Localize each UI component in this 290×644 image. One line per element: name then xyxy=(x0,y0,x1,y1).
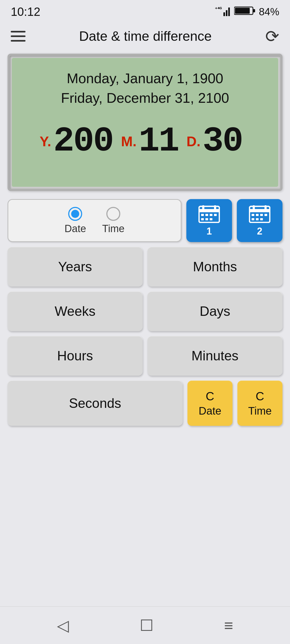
svg-rect-15 xyxy=(201,218,204,220)
menu-button[interactable] xyxy=(11,31,26,42)
time-radio[interactable] xyxy=(106,207,120,221)
years-months-row: Years Months xyxy=(8,247,282,287)
hours-minutes-row: Hours Minutes xyxy=(8,336,282,376)
svg-rect-8 xyxy=(199,209,219,212)
mode-selector: Date Time xyxy=(8,199,182,242)
clear-date-label: Date xyxy=(199,404,222,418)
result-display: Y. 200 M. 11 D. 30 xyxy=(20,121,270,162)
svg-rect-2 xyxy=(226,10,227,16)
svg-rect-19 xyxy=(249,209,270,212)
svg-rect-12 xyxy=(205,214,208,216)
clear-date-button[interactable]: C Date xyxy=(187,380,233,426)
svg-rect-22 xyxy=(252,214,254,216)
top-row: Date Time xyxy=(8,199,282,242)
svg-rect-9 xyxy=(202,205,204,210)
battery-icon xyxy=(234,5,256,19)
day-value: 30 xyxy=(203,124,242,159)
svg-rect-21 xyxy=(264,205,267,210)
time-mode-option[interactable]: Time xyxy=(102,207,125,235)
clear-time-button[interactable]: C Time xyxy=(237,380,282,426)
svg-rect-28 xyxy=(260,218,263,220)
day-label: D. xyxy=(187,133,201,149)
calendar2-icon xyxy=(249,204,270,226)
years-button[interactable]: Years xyxy=(8,247,143,287)
year-label: Y. xyxy=(39,133,51,149)
seconds-button[interactable]: Seconds xyxy=(8,380,183,426)
calendar2-number: 2 xyxy=(257,226,262,237)
signal-icon: ⁺⁴ᴳ xyxy=(215,5,231,19)
back-button[interactable]: ◁ xyxy=(57,616,69,635)
date-mode-option[interactable]: Date xyxy=(64,207,86,235)
svg-rect-20 xyxy=(253,205,255,210)
calendar1-button[interactable]: 1 xyxy=(186,199,232,242)
date-radio[interactable] xyxy=(68,207,82,221)
weeks-days-row: Weeks Days xyxy=(8,291,282,331)
date-display: Monday, January 1, 1900 Friday, December… xyxy=(20,69,270,108)
month-value: 11 xyxy=(139,124,179,159)
calendar1-icon xyxy=(198,204,220,226)
svg-rect-14 xyxy=(214,214,217,216)
button-section: Date Time xyxy=(8,199,282,426)
svg-rect-25 xyxy=(264,214,267,216)
calendar2-button[interactable]: 2 xyxy=(237,199,282,242)
svg-rect-24 xyxy=(260,214,263,216)
date1-label: Monday, January 1, 1900 xyxy=(20,69,270,88)
date-mode-label: Date xyxy=(64,223,86,235)
status-bar: 10:12 ⁺⁴ᴳ 84% xyxy=(0,0,290,21)
svg-rect-26 xyxy=(252,218,254,220)
svg-rect-6 xyxy=(235,8,250,14)
top-nav: Date & time difference ⟳ xyxy=(0,21,290,51)
calendar1-number: 1 xyxy=(206,226,212,237)
page-title: Date & time difference xyxy=(79,28,212,44)
weeks-button[interactable]: Weeks xyxy=(8,291,143,331)
svg-rect-17 xyxy=(210,218,212,220)
battery-percent: 84% xyxy=(259,6,279,18)
status-time: 10:12 xyxy=(11,5,40,19)
svg-rect-13 xyxy=(210,214,212,216)
svg-text:⁺⁴ᴳ: ⁺⁴ᴳ xyxy=(215,6,222,12)
days-button[interactable]: Days xyxy=(147,291,282,331)
hours-button[interactable]: Hours xyxy=(8,336,143,376)
svg-rect-3 xyxy=(228,8,230,16)
svg-rect-27 xyxy=(256,218,259,220)
clear-time-c: C xyxy=(256,389,264,404)
seconds-clear-row: Seconds C Date C Time xyxy=(8,380,282,426)
month-label: M. xyxy=(121,133,137,149)
recents-button[interactable]: ≡ xyxy=(224,616,233,634)
minutes-button[interactable]: Minutes xyxy=(147,336,282,376)
date2-label: Friday, December 31, 2100 xyxy=(20,88,270,108)
display-screen: Monday, January 1, 1900 Friday, December… xyxy=(8,54,282,191)
svg-rect-5 xyxy=(253,9,255,12)
svg-rect-10 xyxy=(214,205,216,210)
svg-rect-23 xyxy=(256,214,259,216)
bottom-nav: ◁ ☐ ≡ xyxy=(0,606,290,644)
svg-rect-1 xyxy=(223,12,225,16)
status-icons: ⁺⁴ᴳ 84% xyxy=(215,5,279,19)
clear-date-c: C xyxy=(206,389,214,404)
months-button[interactable]: Months xyxy=(147,247,282,287)
svg-rect-11 xyxy=(201,214,204,216)
home-button[interactable]: ☐ xyxy=(140,616,154,635)
clear-time-label: Time xyxy=(248,404,271,418)
history-button[interactable]: ⟳ xyxy=(265,27,279,46)
time-mode-label: Time xyxy=(102,223,125,235)
svg-rect-16 xyxy=(205,218,208,220)
year-value: 200 xyxy=(53,124,113,159)
